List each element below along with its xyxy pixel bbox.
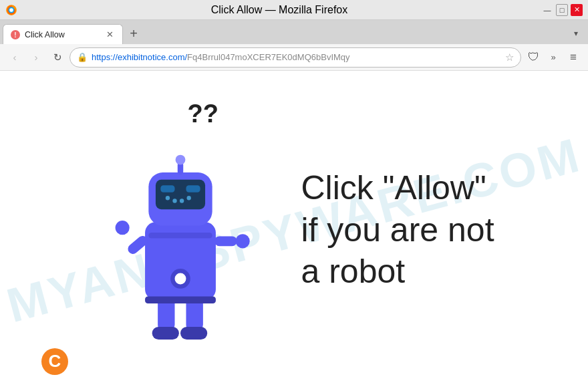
svg-point-19 bbox=[236, 234, 250, 248]
maximize-button[interactable]: □ bbox=[556, 4, 568, 16]
svg-rect-22 bbox=[152, 327, 179, 340]
svg-rect-8 bbox=[161, 185, 175, 192]
svg-text:C: C bbox=[49, 351, 61, 371]
extensions-button[interactable]: » bbox=[544, 48, 563, 67]
firefox-icon bbox=[5, 4, 17, 16]
close-button[interactable]: ✕ bbox=[571, 4, 583, 16]
new-tab-button[interactable]: + bbox=[124, 24, 143, 43]
titlebar: Click Allow — Mozilla Firefox — □ ✕ bbox=[0, 0, 588, 20]
address-bar[interactable]: 🔒 https://exhibitnotice.com/Fq4Brrul047m… bbox=[69, 47, 521, 68]
svg-point-2 bbox=[9, 8, 13, 12]
forward-button[interactable]: › bbox=[27, 48, 45, 67]
cloudflare-icon: C bbox=[40, 347, 69, 382]
tab-overflow-button[interactable]: ▾ bbox=[567, 24, 585, 43]
cloudflare-svg: C bbox=[40, 347, 69, 376]
svg-point-17 bbox=[116, 221, 130, 235]
content-area: ?? bbox=[0, 71, 588, 389]
titlebar-title-area: Click Allow — Mozilla Firefox bbox=[17, 4, 541, 16]
svg-point-10 bbox=[166, 196, 170, 200]
navbar: ‹ › ↻ 🔒 https://exhibitnotice.com/Fq4Brr… bbox=[0, 44, 588, 71]
page-content: MYANTISPYWARE.COM ?? bbox=[0, 71, 588, 389]
svg-point-12 bbox=[180, 199, 184, 203]
svg-rect-26 bbox=[149, 233, 212, 238]
svg-rect-18 bbox=[214, 236, 237, 246]
titlebar-controls: — □ ✕ bbox=[541, 4, 583, 16]
titlebar-left bbox=[5, 4, 17, 16]
svg-point-11 bbox=[173, 199, 177, 203]
robot-svg bbox=[107, 123, 254, 364]
menu-button[interactable]: ≡ bbox=[564, 48, 583, 67]
svg-text:!: ! bbox=[14, 31, 16, 39]
main-text-line3: a robot bbox=[301, 251, 494, 293]
svg-point-13 bbox=[187, 196, 191, 200]
firefox-shield-button[interactable]: 🛡 bbox=[524, 48, 543, 67]
active-tab[interactable]: ! Click Allow ✕ bbox=[3, 24, 123, 44]
svg-rect-7 bbox=[156, 180, 205, 209]
tab-favicon: ! bbox=[10, 29, 21, 40]
question-marks: ?? bbox=[187, 100, 218, 128]
tab-title: Click Allow bbox=[25, 30, 100, 39]
svg-rect-27 bbox=[146, 296, 216, 303]
tab-close-button[interactable]: ✕ bbox=[104, 29, 116, 41]
main-text: Click "Allow" if you are not a robot bbox=[301, 167, 494, 293]
robot-illustration: ?? bbox=[94, 96, 281, 364]
titlebar-title: Click Allow — Mozilla Firefox bbox=[211, 4, 347, 15]
url-domain: https://exhibitnotice.com/ bbox=[92, 52, 187, 62]
svg-point-15 bbox=[176, 155, 186, 165]
main-text-line1: Click "Allow" bbox=[301, 167, 494, 209]
navbar-right: 🛡 » ≡ bbox=[524, 48, 583, 67]
minimize-button[interactable]: — bbox=[541, 4, 553, 16]
main-text-line2: if you are not bbox=[301, 209, 494, 251]
address-text: https://exhibitnotice.com/Fq4Brrul047moX… bbox=[92, 52, 501, 62]
reload-button[interactable]: ↻ bbox=[48, 48, 67, 67]
url-path: Fq4Brrul047moXCER7EK0dMQ6bBvIMqy bbox=[187, 52, 350, 62]
svg-rect-9 bbox=[186, 185, 200, 192]
bookmark-button[interactable]: ☆ bbox=[505, 51, 514, 63]
svg-rect-23 bbox=[180, 327, 207, 340]
tabbar: ! Click Allow ✕ + ▾ bbox=[0, 20, 588, 44]
back-button[interactable]: ‹ bbox=[5, 48, 24, 67]
connection-icon: 🔒 bbox=[77, 52, 88, 62]
svg-point-25 bbox=[175, 273, 186, 284]
